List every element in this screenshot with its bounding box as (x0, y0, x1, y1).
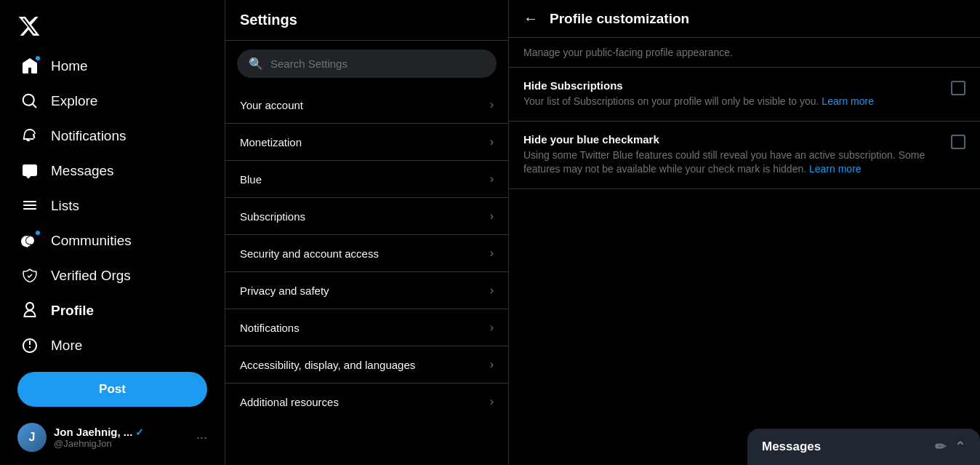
home-icon (20, 57, 39, 76)
settings-menu-item-security[interactable]: Security and account access › (225, 235, 508, 272)
sidebar-item-home-label: Home (51, 58, 88, 74)
hide-subscriptions-learn-more[interactable]: Learn more (822, 95, 874, 107)
home-badge (34, 55, 41, 62)
sidebar-item-more[interactable]: More (12, 329, 213, 362)
right-panel-header: ← Profile customization (509, 0, 980, 38)
hide-checkmark-title: Hide your blue checkmark (523, 133, 939, 146)
chevron-right-icon: › (490, 247, 494, 260)
right-panel-title: Profile customization (550, 11, 689, 27)
notifications-icon (20, 127, 39, 146)
messages-bar-label: Messages (762, 440, 821, 454)
hide-checkmark-item: Hide your blue checkmark Using some Twit… (509, 122, 980, 189)
sidebar-item-lists-label: Lists (51, 198, 79, 214)
verified-badge: ✓ (135, 426, 144, 438)
settings-menu-item-monetization[interactable]: Monetization › (225, 124, 508, 161)
sidebar-item-notifications-label: Notifications (51, 128, 126, 144)
hide-subscriptions-desc: Your list of Subscriptions on your profi… (523, 95, 939, 109)
hide-subscriptions-checkbox[interactable] (951, 81, 965, 95)
sidebar-item-communities-label: Communities (51, 233, 132, 249)
explore-icon (20, 92, 39, 111)
sidebar-item-communities[interactable]: Communities (12, 224, 213, 258)
user-profile-area[interactable]: J Jon Jaehnig, ... ✓ @JaehnigJon ··· (12, 416, 213, 459)
post-button[interactable]: Post (17, 372, 207, 407)
settings-menu-item-accessibility[interactable]: Accessibility, display, and languages › (225, 346, 508, 383)
settings-menu: Your account › Monetization › Blue › Sub… (225, 87, 508, 420)
sidebar-item-messages-label: Messages (51, 163, 114, 179)
settings-menu-item-your-account[interactable]: Your account › (225, 87, 508, 124)
profile-icon (20, 301, 39, 320)
chevron-right-icon: › (490, 98, 494, 111)
lists-icon (20, 196, 39, 215)
user-name: Jon Jaehnig, ... ✓ (54, 426, 189, 438)
chevron-right-icon: › (490, 172, 494, 186)
sidebar-item-explore[interactable]: Explore (12, 84, 213, 118)
chevron-right-icon: › (490, 321, 494, 334)
sidebar-nav: Home Explore Notifications Messages (12, 49, 213, 363)
sidebar-item-verified-orgs[interactable]: Verified Orgs (12, 259, 213, 293)
chevron-right-icon: › (490, 284, 494, 297)
settings-menu-item-subscriptions[interactable]: Subscriptions › (225, 198, 508, 235)
communities-badge (34, 229, 41, 237)
user-handle: @JaehnigJon (54, 438, 189, 449)
settings-menu-item-additional[interactable]: Additional resources › (225, 383, 508, 420)
settings-menu-item-privacy[interactable]: Privacy and safety › (225, 272, 508, 309)
hide-subscriptions-content: Hide Subscriptions Your list of Subscrip… (523, 79, 939, 109)
more-icon (20, 336, 39, 355)
sidebar-item-profile[interactable]: Profile (12, 294, 213, 327)
chevron-right-icon: › (490, 395, 494, 408)
hide-checkmark-checkbox[interactable] (951, 135, 965, 149)
hide-checkmark-learn-more[interactable]: Learn more (809, 163, 861, 175)
back-button[interactable]: ← (523, 10, 538, 27)
avatar: J (17, 423, 47, 452)
messages-bar-actions: ✏ ⌃ (935, 439, 965, 455)
settings-panel: Settings 🔍 Search Settings Your account … (225, 0, 509, 465)
hide-checkmark-content: Hide your blue checkmark Using some Twit… (523, 133, 939, 177)
search-icon: 🔍 (249, 57, 263, 71)
sidebar-item-messages[interactable]: Messages (12, 154, 213, 188)
right-panel-subtitle: Manage your public-facing profile appear… (509, 38, 980, 68)
right-panel: ← Profile customization Manage your publ… (509, 0, 980, 465)
settings-menu-item-blue[interactable]: Blue › (225, 161, 508, 198)
chevron-right-icon: › (490, 358, 494, 371)
hide-subscriptions-item: Hide Subscriptions Your list of Subscrip… (509, 68, 980, 122)
sidebar: Home Explore Notifications Messages (0, 0, 225, 465)
hide-checkmark-desc: Using some Twitter Blue features could s… (523, 148, 939, 177)
verified-orgs-icon (20, 266, 39, 285)
search-bar[interactable]: 🔍 Search Settings (237, 49, 497, 78)
communities-icon (20, 231, 39, 250)
sidebar-item-explore-label: Explore (51, 93, 97, 109)
sidebar-item-verified-orgs-label: Verified Orgs (51, 268, 131, 284)
sidebar-item-lists[interactable]: Lists (12, 189, 213, 223)
search-input[interactable]: Search Settings (270, 57, 348, 70)
messages-icon (20, 162, 39, 180)
hide-subscriptions-title: Hide Subscriptions (523, 79, 939, 92)
compose-icon[interactable]: ✏ (935, 439, 946, 455)
user-more-button[interactable]: ··· (196, 430, 207, 445)
settings-menu-item-notifications[interactable]: Notifications › (225, 309, 508, 346)
sidebar-item-notifications[interactable]: Notifications (12, 119, 213, 153)
collapse-icon[interactable]: ⌃ (955, 439, 965, 455)
user-info: Jon Jaehnig, ... ✓ @JaehnigJon (54, 426, 189, 449)
messages-bar[interactable]: Messages ✏ ⌃ (747, 429, 980, 465)
x-logo-icon (17, 15, 41, 38)
sidebar-item-profile-label: Profile (51, 303, 94, 319)
sidebar-item-more-label: More (51, 338, 82, 354)
sidebar-item-home[interactable]: Home (12, 49, 213, 83)
chevron-right-icon: › (490, 135, 494, 148)
chevron-right-icon: › (490, 210, 494, 223)
settings-title: Settings (225, 0, 508, 41)
x-logo[interactable] (12, 6, 213, 47)
